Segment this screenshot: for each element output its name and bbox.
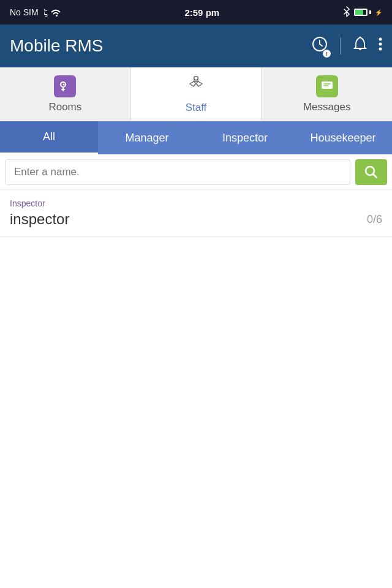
svg-point-3 bbox=[379, 43, 382, 46]
header-divider bbox=[340, 37, 341, 55]
svg-point-4 bbox=[379, 48, 382, 51]
bell-icon-button[interactable] bbox=[353, 36, 368, 56]
status-bar: No SIM 𝛇 2:59 pm ⚡ bbox=[0, 0, 392, 24]
staff-list: Inspector inspector 0/6 bbox=[0, 190, 392, 237]
filter-inspector[interactable]: Inspector bbox=[196, 121, 294, 154]
search-button[interactable] bbox=[355, 159, 387, 185]
status-time: 2:59 pm bbox=[184, 7, 219, 18]
filter-bar: All Manager Inspector Housekeeper bbox=[0, 121, 392, 154]
clock-alert-badge: ! bbox=[323, 50, 331, 58]
staff-role-label: Inspector bbox=[10, 198, 382, 208]
status-right: ⚡ bbox=[343, 6, 382, 19]
tab-rooms-label: Rooms bbox=[48, 101, 81, 113]
more-menu-button[interactable] bbox=[379, 36, 382, 56]
rooms-tab-icon bbox=[54, 75, 76, 97]
bluetooth-icon bbox=[343, 6, 350, 19]
svg-point-1 bbox=[360, 37, 361, 39]
staff-count: 0/6 bbox=[367, 213, 382, 226]
svg-rect-8 bbox=[322, 81, 333, 89]
filter-housekeeper[interactable]: Housekeeper bbox=[294, 121, 392, 154]
svg-point-2 bbox=[379, 38, 382, 41]
wifi-icon: 𝛇 bbox=[43, 7, 61, 18]
staff-tab-icon bbox=[186, 73, 206, 98]
tab-bar: Rooms Staff Messages bbox=[0, 67, 392, 121]
app-title: Mobile RMS bbox=[10, 36, 103, 56]
svg-point-6 bbox=[63, 83, 65, 85]
tab-staff-label: Staff bbox=[186, 102, 207, 114]
messages-tab-icon bbox=[316, 75, 338, 97]
staff-item-row: inspector 0/6 bbox=[10, 211, 382, 228]
tab-messages-label: Messages bbox=[303, 101, 350, 113]
app-header: Mobile RMS ! bbox=[0, 24, 392, 67]
clock-icon-button[interactable]: ! bbox=[312, 36, 328, 56]
staff-name: inspector bbox=[10, 211, 69, 228]
tab-rooms[interactable]: Rooms bbox=[0, 67, 131, 121]
search-bar bbox=[0, 154, 392, 190]
tab-staff[interactable]: Staff bbox=[131, 67, 262, 121]
status-left: No SIM 𝛇 bbox=[10, 7, 61, 18]
tab-messages[interactable]: Messages bbox=[262, 67, 392, 121]
staff-item[interactable]: Inspector inspector 0/6 bbox=[0, 190, 392, 237]
filter-manager[interactable]: Manager bbox=[98, 121, 196, 154]
search-input[interactable] bbox=[5, 159, 350, 185]
header-icons: ! bbox=[312, 36, 382, 56]
charging-icon: ⚡ bbox=[375, 9, 382, 16]
filter-all[interactable]: All bbox=[0, 121, 98, 154]
carrier-text: No SIM bbox=[10, 7, 39, 17]
battery-indicator bbox=[354, 9, 371, 16]
